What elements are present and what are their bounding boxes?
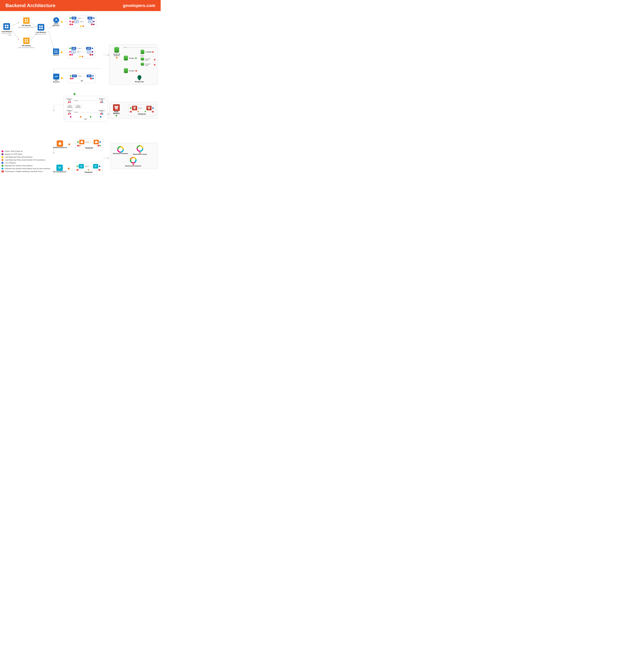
lb1-icon xyxy=(3,23,10,30)
svg-point-40 xyxy=(59,144,59,145)
rabbitmq-section: Rabbitmq Backend → 1 to n xyxy=(53,138,105,150)
legend-item-orange: Load Balancing Policy (Least Number Of C… xyxy=(1,159,53,161)
api-gateway-2: API Gateway (With Authorisation Server) xyxy=(18,37,34,48)
gw1-label: API Gateway xyxy=(22,25,31,26)
lb1-sub: (HAProxy / ELB) xyxy=(2,33,12,34)
mongo-atlas-label: Mongo Atlas xyxy=(135,81,144,83)
svg-rect-81 xyxy=(148,107,150,107)
svg-rect-43 xyxy=(81,141,81,142)
admin-api-badge1: API xyxy=(72,17,76,19)
admin-backend-section: AdminBackend → API 1 to n API ✕ xyxy=(53,16,99,29)
l4-block: API 1 to n API ✕ ✕ L4 xyxy=(68,73,96,83)
svg-rect-44 xyxy=(82,141,83,142)
svg-rect-35 xyxy=(55,50,58,51)
mongodb-shard2: MongoDB Shard xyxy=(145,63,154,66)
admin-backend-label: AdminBackend xyxy=(53,23,59,26)
legend-item-purple: Angular JS, PHP, React xyxy=(1,153,53,155)
svg-rect-25 xyxy=(25,39,26,41)
modules-1tox-right: 1 to xModules xyxy=(74,104,82,108)
module2-row: Module 2API ✕ 1 to n Module 2API ✕ xyxy=(66,109,106,115)
svg-rect-18 xyxy=(7,25,8,26)
legend: Python, PHP & Node JS Angular JS, PHP, R… xyxy=(1,150,53,173)
svg-rect-76 xyxy=(115,107,118,108)
mongodb-backend-section: Mongo DBBackend 1 to n Mongos → xyxy=(109,44,158,85)
module1-left: Module 1API ✕ xyxy=(66,98,73,104)
mongodb-backend-label: Mongo DBBackend xyxy=(113,53,120,56)
module1-row: Module 1API ✕ 1 to n Module 1API ✕ xyxy=(66,98,106,104)
svg-point-62 xyxy=(141,50,145,51)
svg-rect-46 xyxy=(95,141,96,142)
admin-api-block: API 1 to n API ✕ UI 1 to n UI xyxy=(68,16,96,28)
gw1-sub: (With Authorisation Server) xyxy=(18,27,34,28)
svg-rect-26 xyxy=(27,39,28,41)
admin-ui-badge2: UI xyxy=(88,20,93,23)
l7-label: L7 xyxy=(66,118,106,120)
admin-api-green-dot xyxy=(70,17,71,19)
svg-rect-29 xyxy=(39,25,41,27)
vernemq-icon xyxy=(56,164,63,171)
rabbitmq-label: Rabbitmq Backend xyxy=(53,147,67,148)
rabbitmq-icon xyxy=(57,140,63,147)
legend-item-pink: Python, PHP & Node JS xyxy=(1,150,53,152)
svg-point-74 xyxy=(124,68,128,70)
gw1-icon xyxy=(23,18,30,24)
svg-rect-82 xyxy=(148,108,150,108)
svg-point-53 xyxy=(114,51,119,53)
svg-rect-78 xyxy=(133,107,136,107)
es-backend-label: ElasticSearch Backend xyxy=(113,153,128,154)
svg-point-61 xyxy=(141,53,145,54)
redis-clustered-block: 1 to n ✕ ✕ Clustered xyxy=(128,104,155,116)
svg-rect-39 xyxy=(60,142,61,144)
svg-line-0 xyxy=(11,22,19,26)
redis-icon xyxy=(113,104,120,111)
site-label: gevelopers.com xyxy=(123,3,155,8)
svg-point-41 xyxy=(60,144,61,145)
svg-rect-38 xyxy=(59,142,59,144)
svg-rect-83 xyxy=(148,109,150,109)
api-backend-label: APIBackend xyxy=(53,79,59,83)
api-backend-icon: API xyxy=(53,74,59,79)
rabbitmq-clustered-label: Clustered xyxy=(77,147,101,149)
legend-item-perf: ✕ Performance / Health monitoring ( Isom… xyxy=(1,171,53,172)
svg-point-57 xyxy=(124,59,128,60)
svg-rect-47 xyxy=(97,141,97,142)
svg-rect-24 xyxy=(27,21,28,22)
admin-api-badge2: API xyxy=(87,17,92,19)
svg-line-1 xyxy=(11,28,19,40)
legend-item-yellow: Load Balancing Policy (Round Robin) xyxy=(1,156,53,158)
vernemq-label: Vernemq Backend xyxy=(53,171,66,173)
api-backend-section: API APIBackend → API 1 to n API ✕ xyxy=(53,73,105,83)
lb1-1ton: 1 to n xyxy=(8,34,11,36)
api-gateway-1: API Gateway (With Authorisation Server) xyxy=(18,18,34,28)
l7-inner-block: Module 1API ✕ 1 to n Module 1API ✕ xyxy=(64,96,108,122)
svg-marker-49 xyxy=(80,165,82,167)
header: Backend Architecture gevelopers.com xyxy=(0,0,161,11)
mongos-top-label: Mongos xyxy=(129,57,134,59)
svg-point-33 xyxy=(56,19,57,20)
website-api-block: API 1 to n API UI 1 to n UI ✕ xyxy=(68,46,95,58)
svg-rect-79 xyxy=(133,108,136,108)
l7-section: Module 1API ✕ 1 to n Module 1API ✕ xyxy=(64,96,108,122)
vernemq-clustered-label: Clustered xyxy=(77,171,100,173)
svg-rect-30 xyxy=(41,25,43,27)
admin-api-blue-dot xyxy=(93,17,95,19)
svg-point-69 xyxy=(141,64,144,66)
redis-backend-label: Redis Backend xyxy=(111,111,122,114)
svg-point-66 xyxy=(141,57,144,59)
lb2-label: Load Balancer xyxy=(36,31,46,33)
module2-right: Module 2API ✕ xyxy=(98,109,106,115)
lb1-dotted-v xyxy=(9,30,9,35)
load-balancer-1: Load Balancer (HAProxy / ELB) xyxy=(1,23,12,34)
svg-rect-17 xyxy=(5,25,6,26)
admin-ui-badge1: UI xyxy=(74,20,79,23)
website-dot-yellow xyxy=(61,51,62,53)
gw2-icon xyxy=(23,37,30,44)
admin-icon xyxy=(53,17,59,23)
svg-rect-28 xyxy=(27,41,28,42)
svg-rect-21 xyxy=(25,19,26,20)
svg-rect-22 xyxy=(27,19,28,20)
svg-marker-50 xyxy=(95,165,97,167)
vernemq-section: Vernemq Backend → 1 to n xyxy=(53,163,105,175)
vernemq-clustered-block: 1 to n ✕ ✕ Clustered xyxy=(75,163,102,175)
es-cluster-icon xyxy=(136,145,143,152)
